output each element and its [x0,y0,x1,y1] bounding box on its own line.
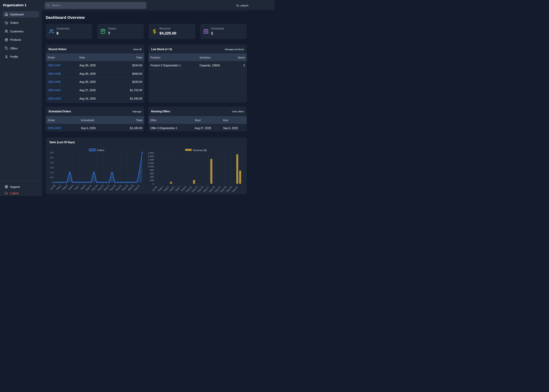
svg-text:Jul 30: Jul 30 [49,184,56,191]
svg-text:Aug 11: Aug 11 [85,184,92,191]
svg-text:Aug 23: Aug 23 [121,184,128,191]
svg-text:Aug 1: Aug 1 [56,184,62,191]
svg-text:Aug 17: Aug 17 [203,186,210,193]
svg-text:Orders: Orders [97,148,104,151]
svg-text:0: 0 [152,182,154,185]
svg-text:Aug 1: Aug 1 [157,186,164,192]
svg-text:Revenue ($): Revenue ($) [193,148,207,151]
svg-text:1,800: 1,800 [148,151,154,154]
svg-text:1,000: 1,000 [148,165,154,168]
svg-text:0.5: 0.5 [50,176,53,179]
svg-text:Aug 21: Aug 21 [115,184,122,191]
svg-text:Aug 25: Aug 25 [127,184,134,191]
svg-text:2.5: 2.5 [50,156,53,159]
svg-text:Aug 25: Aug 25 [226,186,233,193]
svg-text:Aug 21: Aug 21 [214,186,221,193]
svg-text:Aug 13: Aug 13 [191,186,198,193]
svg-text:1,600: 1,600 [148,155,154,158]
svg-text:Aug 23: Aug 23 [220,186,227,193]
svg-text:Aug 15: Aug 15 [97,184,104,191]
svg-text:3.0: 3.0 [50,151,53,154]
svg-text:Aug 7: Aug 7 [175,186,181,192]
svg-text:1,200: 1,200 [148,162,154,164]
svg-text:Aug 3: Aug 3 [62,184,68,191]
svg-text:200: 200 [150,179,154,182]
svg-text:Aug 27: Aug 27 [231,186,238,193]
svg-text:1.0: 1.0 [50,171,53,174]
svg-text:1,400: 1,400 [148,158,154,161]
svg-text:Aug 5: Aug 5 [169,186,175,192]
svg-text:Aug 19: Aug 19 [109,184,116,191]
svg-text:Aug 19: Aug 19 [208,186,215,193]
svg-text:Aug 27: Aug 27 [133,184,140,191]
svg-text:800: 800 [150,169,154,171]
svg-text:Aug 7: Aug 7 [74,184,80,191]
svg-text:600: 600 [150,172,154,175]
svg-text:400: 400 [150,176,154,178]
svg-text:Jul 30: Jul 30 [151,186,158,192]
svg-text:0: 0 [52,181,53,184]
svg-text:Aug 17: Aug 17 [103,184,110,191]
svg-text:Aug 3: Aug 3 [163,186,169,192]
svg-text:2.0: 2.0 [50,161,53,164]
svg-text:1.5: 1.5 [50,166,53,169]
svg-text:Aug 5: Aug 5 [68,184,74,191]
svg-text:Aug 13: Aug 13 [91,184,98,191]
svg-text:Aug 15: Aug 15 [197,186,204,193]
